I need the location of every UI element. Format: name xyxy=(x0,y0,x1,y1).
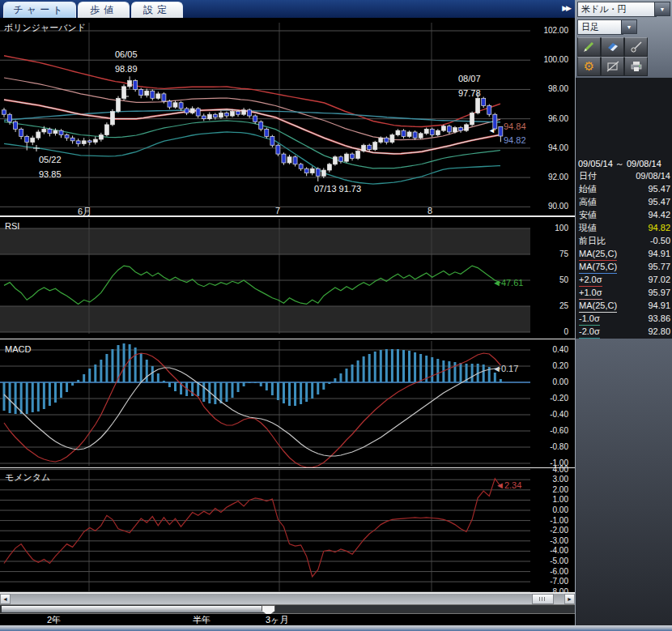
quote-row-value: 94.82 xyxy=(648,222,670,235)
quote-row-value: 94.42 xyxy=(648,209,670,222)
eraser-tool-button[interactable] xyxy=(601,37,624,57)
period-label-halfyear[interactable]: 半年 xyxy=(193,614,211,626)
quote-row-value: 92.80 xyxy=(648,326,670,339)
quote-row-value: 95.97 xyxy=(648,287,670,300)
quote-row: MA(25,C)94.91 xyxy=(576,300,672,313)
symbol-select[interactable]: 米ドル・円 xyxy=(577,2,657,17)
quote-row-value: -0.50 xyxy=(650,235,670,248)
quote-row-value: 95.77 xyxy=(648,261,670,274)
period-select[interactable]: 日足 xyxy=(577,19,623,35)
screen-slash-icon xyxy=(606,61,619,72)
quote-row: 日付09/08/14 xyxy=(576,170,672,183)
quote-row-value: 97.02 xyxy=(648,274,670,287)
quote-row-value: 95.47 xyxy=(648,183,670,196)
quote-row-label: MA(75,C) xyxy=(579,261,617,274)
quote-row-label: -2.0σ xyxy=(579,326,600,339)
quote-row: +2.0σ97.02 xyxy=(576,274,672,287)
quote-row-value: 95.47 xyxy=(648,196,670,209)
date-range-label: 09/05/14 ～ 09/08/14 xyxy=(578,158,661,170)
chart-application-window: チャート 歩値 設定 ▶▶ ボリンジャーバンド RSI MACD モメンタム 1… xyxy=(0,0,672,631)
quote-row-label: MA(25,C) xyxy=(579,300,617,313)
quote-row: +1.0σ95.97 xyxy=(576,287,672,300)
scroll-left-button[interactable]: ◄ xyxy=(0,594,11,604)
print-button[interactable] xyxy=(624,57,648,76)
period-label-3months[interactable]: 3ヶ月 xyxy=(266,614,288,626)
right-panel: 米ドル・円 ▼ 日足 ▼ xyxy=(575,0,672,631)
eraser-icon xyxy=(606,41,619,53)
quote-row: 始値95.47 xyxy=(576,183,672,196)
period-range-slider[interactable] xyxy=(0,604,575,614)
chart-horizontal-scrollbar[interactable]: ◄ ► xyxy=(0,594,575,604)
symbol-select-arrow-icon[interactable]: ▼ xyxy=(654,2,670,16)
printer-icon xyxy=(630,61,643,72)
quote-row-value: 93.86 xyxy=(648,313,670,326)
quote-row-label: -1.0σ xyxy=(579,313,600,326)
charts-canvas xyxy=(0,0,575,594)
quote-row-value: 94.91 xyxy=(648,248,670,261)
quote-row-label: 安値 xyxy=(579,209,597,222)
right-panel-header: 米ドル・円 ▼ 日足 ▼ xyxy=(576,0,672,78)
period-slider-fill xyxy=(2,606,267,612)
quote-row-label: 日付 xyxy=(579,170,597,183)
pencil-icon xyxy=(583,41,596,53)
trendline-icon xyxy=(630,41,643,53)
scrollbar-track[interactable] xyxy=(11,594,564,604)
quote-row: 前日比-0.50 xyxy=(576,235,672,248)
quote-row-value: 94.91 xyxy=(648,300,670,313)
period-label-2years[interactable]: 2年 xyxy=(47,614,61,626)
quote-row: MA(25,C)94.91 xyxy=(576,248,672,261)
quote-row: -2.0σ92.80 xyxy=(576,326,672,339)
line-tool-button[interactable] xyxy=(624,37,648,57)
scrollbar-grip-icon xyxy=(539,597,547,601)
quote-row-label: 現値 xyxy=(579,222,597,235)
quote-row-label: MA(25,C) xyxy=(579,248,617,261)
quote-data-panel: 09/05/14 ～ 09/08/14 日付09/08/14始値95.47高値9… xyxy=(576,78,672,339)
scroll-right-button[interactable]: ► xyxy=(564,594,575,604)
right-panel-empty-area xyxy=(576,339,672,631)
period-labels-bar: 2年 半年 3ヶ月 xyxy=(0,614,575,625)
chart-settings-button[interactable]: ⚙ xyxy=(577,57,601,76)
screen-tool-button[interactable] xyxy=(601,57,624,76)
period-select-arrow-icon[interactable]: ▼ xyxy=(621,19,637,34)
quote-row: MA(75,C)95.77 xyxy=(576,261,672,274)
quote-row-label: 前日比 xyxy=(579,235,606,248)
window-bottom-edge xyxy=(0,625,672,631)
quote-row-value: 09/08/14 xyxy=(636,170,670,183)
gear-icon: ⚙ xyxy=(584,61,594,72)
quote-row: 現値94.82 xyxy=(576,222,672,235)
scrollbar-thumb[interactable] xyxy=(532,594,554,604)
quote-row-label: +1.0σ xyxy=(579,287,602,300)
quote-row: 高値95.47 xyxy=(576,196,672,209)
quote-row-label: 始値 xyxy=(579,183,597,196)
quote-row: 安値94.42 xyxy=(576,209,672,222)
quote-row-label: +2.0σ xyxy=(579,274,602,287)
quote-row-label: 高値 xyxy=(579,196,597,209)
quote-row: -1.0σ93.86 xyxy=(576,313,672,326)
pencil-tool-button[interactable] xyxy=(577,37,601,57)
